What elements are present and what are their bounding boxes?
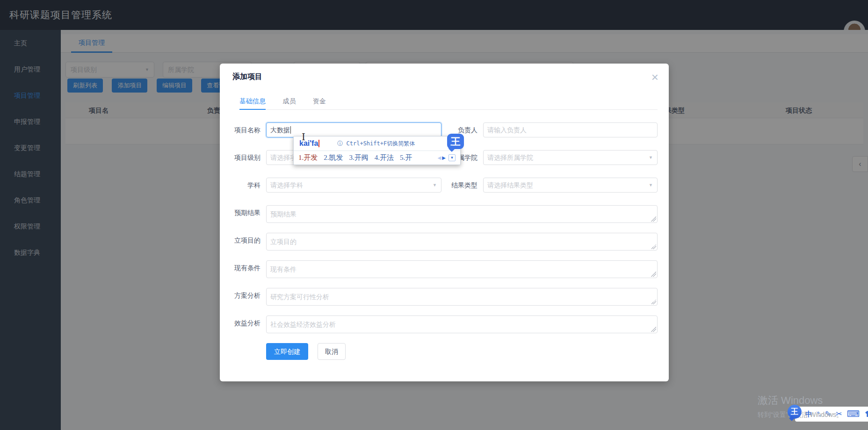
project-name-value: 大数据 [270, 126, 290, 134]
purpose-label: 立项目的 [220, 233, 266, 248]
resize-handle-icon[interactable] [651, 299, 656, 304]
keyboard-icon[interactable]: ⌨ [847, 407, 860, 422]
plan-analysis-label: 方案分析 [220, 288, 266, 303]
chevron-down-icon: ▼ [649, 150, 653, 165]
expected-result-placeholder: 预期结果 [270, 210, 297, 218]
close-icon[interactable]: × [651, 71, 658, 83]
expand-candidates-icon[interactable]: ▼ [448, 154, 456, 161]
ime-candidate-1[interactable]: 1.开发 [298, 153, 318, 162]
conditions-placeholder: 现有条件 [270, 265, 297, 273]
scissors-icon[interactable]: ✂ [836, 407, 842, 422]
resize-handle-icon[interactable] [651, 244, 656, 249]
text-caret [290, 126, 291, 134]
subject-select[interactable]: 请选择学科 ▼ [266, 178, 441, 193]
ime-candidate-4[interactable]: 4.开法 [375, 153, 394, 162]
subject-label: 学科 [220, 178, 266, 193]
resize-handle-icon[interactable] [651, 216, 656, 222]
ime-candidate-5[interactable]: 5.开 [400, 153, 412, 162]
plan-analysis-placeholder: 研究方案可行性分析 [270, 293, 329, 301]
ime-candidate-popup: kai'fa ⓘ Ctrl+Shift+F切换简繁体 1.开发 2.凯发 3.开… [293, 136, 461, 165]
resize-handle-icon[interactable] [651, 272, 656, 277]
conditions-label: 现有条件 [220, 260, 266, 275]
subject-placeholder: 请选择学科 [270, 181, 303, 189]
ime-candidate-2[interactable]: 2.凯发 [324, 153, 343, 162]
ime-hint: ⓘ Ctrl+Shift+F切换简繁体 [337, 140, 415, 148]
owner-placeholder: 请输入负责人 [487, 126, 527, 134]
college-select[interactable]: 请选择所属学院 ▼ [483, 150, 658, 165]
tab-funds[interactable]: 资金 [313, 93, 326, 109]
project-name-input[interactable]: 大数据 [266, 122, 441, 137]
project-name-label: 项目名称 [220, 122, 266, 137]
ime-pinyin-row: kai'fa ⓘ Ctrl+Shift+F切换简繁体 [294, 136, 460, 150]
pen-icon[interactable]: ✎ [825, 407, 831, 422]
ime-toolbar-logo-icon[interactable]: 王 [788, 405, 802, 419]
ime-candidate-3[interactable]: 3.开阀 [349, 153, 369, 162]
cancel-button[interactable]: 取消 [318, 343, 346, 360]
ime-toolbar: 中 °, ✎ ✂ ⌨ [795, 407, 868, 422]
chinese-mode-icon[interactable]: 中 [805, 407, 812, 422]
purpose-placeholder: 立项目的 [270, 238, 297, 245]
punctuation-icon[interactable]: °, [817, 407, 820, 422]
plan-analysis-textarea[interactable]: 研究方案可行性分析 [266, 288, 658, 306]
expected-result-label: 预期结果 [220, 205, 266, 220]
expected-result-textarea[interactable]: 预期结果 [266, 205, 658, 223]
create-now-button[interactable]: 立即创建 [266, 343, 308, 360]
prev-candidates-icon[interactable]: ◀ [438, 155, 441, 160]
chevron-down-icon: ▼ [433, 178, 437, 192]
purpose-textarea[interactable]: 立项目的 [266, 233, 658, 251]
owner-input[interactable]: 请输入负责人 [483, 122, 658, 137]
benefit-analysis-label: 效益分析 [220, 315, 266, 330]
benefit-analysis-textarea[interactable]: 社会效益经济效益分析 [266, 315, 658, 333]
ime-candidates-row: 1.开发 2.凯发 3.开阀 4.开法 5.开 ◀ ▶ ▼ [294, 150, 460, 165]
college-placeholder: 请选择所属学院 [487, 154, 533, 161]
tab-members[interactable]: 成员 [282, 93, 296, 109]
resize-handle-icon[interactable] [651, 327, 656, 332]
modal-actions: 立即创建 取消 [266, 343, 669, 360]
result-type-label: 结果类型 [441, 178, 483, 193]
ime-logo-icon[interactable]: 王 [447, 134, 464, 149]
modal-tabs: 基础信息 成员 资金 [239, 93, 658, 110]
conditions-textarea[interactable]: 现有条件 [266, 260, 658, 278]
skin-icon[interactable] [864, 407, 868, 422]
add-project-modal: 添加项目 × 基础信息 成员 资金 项目名称 大数据 负责人 请输入负责人 项目… [220, 64, 669, 381]
text-cursor-icon: I [302, 132, 305, 142]
result-type-select[interactable]: 请选择结果类型 ▼ [483, 178, 658, 193]
result-type-placeholder: 请选择结果类型 [487, 181, 533, 189]
chevron-down-icon: ▼ [649, 178, 653, 192]
project-level-label: 项目级别 [220, 150, 266, 165]
next-candidates-icon[interactable]: ▶ [442, 155, 446, 160]
ime-caret [318, 140, 319, 147]
tab-basic-info[interactable]: 基础信息 [239, 93, 266, 110]
modal-title: 添加项目 [220, 64, 669, 82]
benefit-analysis-placeholder: 社会效益经济效益分析 [270, 321, 336, 328]
